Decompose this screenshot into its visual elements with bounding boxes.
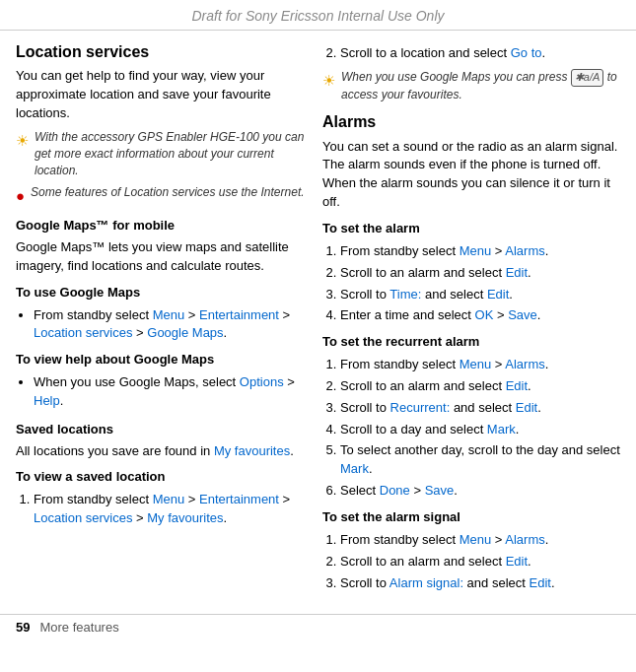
alarm-signal-step-2: Scroll to an alarm and select Edit. xyxy=(340,553,620,571)
alarm-signal-step-3: Scroll to Alarm signal: and select Edit. xyxy=(340,574,620,593)
sun-icon-2: ☀ xyxy=(322,70,335,92)
link-done: Done xyxy=(380,483,410,498)
link-menu-5: Menu xyxy=(459,532,492,547)
view-help-list: When you use Google Maps, select Options… xyxy=(16,373,307,411)
footer: 59 More features xyxy=(0,614,636,641)
recurrent-step-1: From standby select Menu > Alarms. xyxy=(340,356,620,374)
view-saved-continued: Scroll to a location and select Go to. xyxy=(322,44,620,63)
google-maps-title: Google Maps™ for mobile xyxy=(16,217,307,235)
link-alarms-2: Alarms xyxy=(505,357,544,371)
saved-locations-text: All locations you save are found in My f… xyxy=(16,442,307,461)
note-favourites-text: When you use Google Maps you can press ✱… xyxy=(341,69,620,102)
link-ok-1: OK xyxy=(475,307,494,322)
link-help: Help xyxy=(34,393,60,408)
note-internet: ● Some features of Location services use… xyxy=(16,184,307,207)
page-container: Location services You can get help to fi… xyxy=(0,31,636,606)
set-alarm-step-3: Scroll to Time: and select Edit. xyxy=(340,286,620,304)
link-edit-5: Edit xyxy=(506,554,528,569)
recurrent-step-3: Scroll to Recurrent: and select Edit. xyxy=(340,399,620,418)
footer-label: More features xyxy=(39,619,118,638)
use-google-maps-step: From standby select Menu > Entertainment… xyxy=(34,306,307,344)
link-entertainment-2: Entertainment xyxy=(199,492,279,506)
alarms-title: Alarms xyxy=(322,110,620,133)
alarms-intro: You can set a sound or the radio as an a… xyxy=(322,138,620,212)
set-alarm-step-4: Enter a time and select OK > Save. xyxy=(340,306,620,325)
google-maps-desc: Google Maps™ lets you view maps and sate… xyxy=(16,238,307,276)
link-my-favourites-1: My favourites xyxy=(214,443,290,458)
link-options: Options xyxy=(240,374,284,389)
view-saved-step-1: From standby select Menu > Entertainment… xyxy=(34,491,307,528)
link-location-services-2: Location services xyxy=(34,510,132,525)
exclamation-icon: ● xyxy=(16,185,25,207)
note-gps-enabler-text: With the accessory GPS Enabler HGE-100 y… xyxy=(35,129,307,178)
link-save-2: Save xyxy=(425,483,455,498)
link-recurrent: Recurrent: xyxy=(390,400,451,415)
recurrent-step-2: Scroll to an alarm and select Edit. xyxy=(340,377,620,396)
set-alarm-list: From standby select Menu > Alarms. Scrol… xyxy=(322,242,620,325)
to-use-google-maps-title: To use Google Maps xyxy=(16,284,307,302)
link-save-1: Save xyxy=(508,307,537,322)
link-alarm-signal: Alarm signal: xyxy=(389,575,463,590)
location-services-title: Location services xyxy=(16,40,307,63)
set-alarm-title: To set the alarm xyxy=(322,220,620,238)
note-gps-enabler: ☀ With the accessory GPS Enabler HGE-100… xyxy=(16,129,307,178)
alarm-signal-step-1: From standby select Menu > Alarms. xyxy=(340,531,620,550)
page-number: 59 xyxy=(16,619,30,638)
set-alarm-signal-list: From standby select Menu > Alarms. Scrol… xyxy=(322,531,620,593)
keyboard-shortcut: ✱a/A xyxy=(571,69,604,86)
use-google-maps-list: From standby select Menu > Entertainment… xyxy=(16,306,307,344)
link-edit-6: Edit xyxy=(530,575,551,590)
view-help-step: When you use Google Maps, select Options… xyxy=(34,373,307,411)
link-edit-2: Edit xyxy=(487,287,509,302)
view-saved-step-2: Scroll to a location and select Go to. xyxy=(340,44,620,63)
link-location-services-1: Location services xyxy=(34,325,132,340)
link-menu-2: Menu xyxy=(153,492,185,506)
link-mark-2: Mark xyxy=(340,461,369,476)
link-alarms-3: Alarms xyxy=(505,532,544,547)
sun-icon: ☀ xyxy=(16,130,29,152)
note-internet-text: Some features of Location services use t… xyxy=(31,184,305,201)
link-menu-4: Menu xyxy=(459,357,492,371)
link-my-favourites-2: My favourites xyxy=(147,510,223,525)
link-google-maps-1: Google Maps xyxy=(147,325,223,340)
link-entertainment-1: Entertainment xyxy=(199,307,279,322)
link-go-to: Go to xyxy=(511,45,542,60)
link-menu-3: Menu xyxy=(459,243,492,258)
link-edit-3: Edit xyxy=(506,378,528,393)
recurrent-step-6: Select Done > Save. xyxy=(340,482,620,501)
header-title: Draft for Sony Ericsson Internal Use Onl… xyxy=(192,8,445,24)
link-edit-4: Edit xyxy=(516,400,537,415)
right-column: Scroll to a location and select Go to. ☀… xyxy=(322,40,620,596)
to-view-saved-title: To view a saved location xyxy=(16,468,307,487)
set-recurrent-alarm-list: From standby select Menu > Alarms. Scrol… xyxy=(322,356,620,501)
link-mark-1: Mark xyxy=(487,422,516,437)
set-alarm-signal-title: To set the alarm signal xyxy=(322,508,620,527)
set-recurrent-alarm-title: To set the recurrent alarm xyxy=(322,333,620,352)
link-time: Time: xyxy=(389,287,421,302)
set-alarm-step-2: Scroll to an alarm and select Edit. xyxy=(340,264,620,283)
link-menu-1: Menu xyxy=(153,307,185,322)
location-services-intro: You can get help to find your way, view … xyxy=(16,67,307,123)
left-column: Location services You can get help to fi… xyxy=(16,40,307,596)
saved-locations-title: Saved locations xyxy=(16,421,307,439)
recurrent-step-4: Scroll to a day and select Mark. xyxy=(340,421,620,439)
view-saved-list: From standby select Menu > Entertainment… xyxy=(16,491,307,528)
recurrent-step-5: To select another day, scroll to the day… xyxy=(340,441,620,479)
set-alarm-step-1: From standby select Menu > Alarms. xyxy=(340,242,620,261)
link-alarms-1: Alarms xyxy=(505,243,544,258)
draft-header: Draft for Sony Ericsson Internal Use Onl… xyxy=(0,0,636,31)
link-edit-1: Edit xyxy=(506,265,528,280)
to-view-help-title: To view help about Google Maps xyxy=(16,351,307,370)
note-favourites: ☀ When you use Google Maps you can press… xyxy=(322,69,620,102)
